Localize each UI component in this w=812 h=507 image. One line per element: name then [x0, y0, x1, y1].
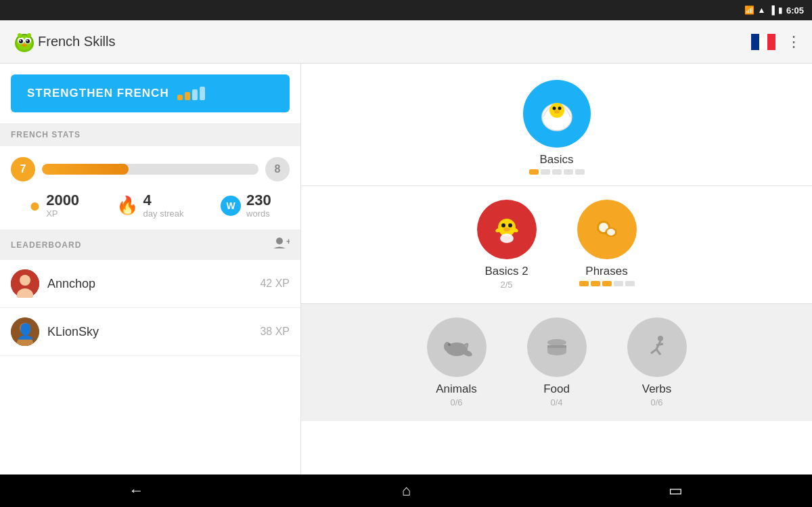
stats-header: FRENCH STATS	[0, 123, 300, 146]
status-icons: 📶 ▲ ▐ ▮ 6:05	[744, 5, 804, 16]
leaderboard-xp-1: 42 XP	[260, 278, 290, 290]
phrases-name: Phrases	[585, 265, 627, 278]
home-button[interactable]: ⌂	[382, 477, 431, 505]
xp-value: 2000	[46, 192, 79, 208]
p-bar-5	[625, 281, 635, 286]
main-content: STRENGTHEN FRENCH FRENCH STATS 7 8	[0, 64, 812, 475]
svg-point-7	[20, 40, 21, 41]
status-bar: 📶 ▲ ▐ ▮ 6:05	[0, 0, 812, 20]
level-progress-bar	[42, 164, 258, 175]
strengthen-button[interactable]: STRENGTHEN FRENCH	[11, 74, 290, 112]
leaderboard-item[interactable]: Annchop 42 XP	[0, 260, 300, 308]
animals-sublabel: 0/6	[450, 397, 462, 407]
right-panel: Basics	[301, 64, 812, 475]
bottom-nav: ← ⌂ ▭	[0, 475, 812, 507]
left-panel: STRENGTHEN FRENCH FRENCH STATS 7 8	[0, 64, 301, 475]
menu-button[interactable]: ⋮	[786, 33, 801, 51]
words-icon: W	[221, 196, 241, 216]
svg-point-47	[547, 339, 566, 346]
leaderboard-list: Annchop 42 XP KLionSky 38 XP	[0, 260, 300, 356]
streak-icon: 🔥	[116, 195, 138, 216]
recent-button[interactable]: ▭	[648, 477, 703, 505]
basics-skill-name: Basics	[539, 153, 573, 167]
svg-point-26	[558, 107, 561, 110]
p-bar-1	[579, 281, 589, 286]
wifi-icon: ▲	[758, 5, 766, 15]
basics2-skill-circle[interactable]	[477, 200, 537, 259]
stat-items: ● 2000 XP 🔥 4 day streak	[11, 192, 290, 219]
animals-icon	[437, 328, 476, 367]
strengthen-bars	[177, 87, 205, 100]
strength-bar-1	[177, 95, 183, 100]
middle-skills-row: Basics 2 2/5 Phrases	[301, 186, 812, 304]
locked-skills-row: Animals 0/6 Food 0/4	[301, 304, 812, 421]
leaderboard-name-1: Annchop	[47, 277, 252, 291]
words-label: words	[246, 208, 271, 219]
svg-text:+: +	[286, 237, 290, 246]
verbs-icon	[637, 328, 677, 367]
avatar-klionsky	[11, 317, 39, 346]
words-value: 230	[246, 192, 271, 208]
svg-line-56	[656, 344, 663, 345]
svg-point-32	[503, 227, 510, 232]
verbs-name: Verbs	[642, 382, 671, 396]
strength-bar-3	[192, 89, 198, 100]
streak-value: 4	[143, 192, 184, 208]
svg-point-6	[26, 39, 30, 43]
svg-point-10	[22, 44, 27, 46]
app-bar: French Skills ⋮	[0, 20, 812, 64]
leaderboard-title: LEADERBOARD	[11, 240, 81, 250]
basics-skill-circle[interactable]	[523, 80, 591, 148]
leaderboard-item[interactable]: KLionSky 38 XP	[0, 308, 300, 356]
progress-bar-1	[529, 169, 539, 175]
basics2-skill[interactable]: Basics 2 2/5	[477, 200, 537, 290]
language-flag[interactable]	[751, 34, 775, 50]
leaderboard-header: LEADERBOARD +	[0, 229, 300, 260]
status-time: 6:05	[786, 5, 804, 16]
animals-skill[interactable]: Animals 0/6	[427, 317, 487, 407]
svg-point-40	[607, 229, 615, 236]
next-level-badge: 8	[265, 157, 290, 181]
battery-icon: ▮	[778, 5, 783, 15]
food-skill-circle[interactable]	[527, 317, 587, 377]
svg-point-31	[508, 223, 512, 227]
food-icon	[537, 328, 577, 367]
basics-skill-section: Basics	[301, 64, 812, 186]
phrases-skill[interactable]: Phrases	[577, 200, 637, 290]
xp-label: XP	[46, 208, 79, 219]
level-bar-row: 7 8	[11, 157, 290, 181]
progress-bar-5	[575, 169, 585, 175]
p-bar-3	[602, 281, 612, 286]
basics2-icon	[487, 210, 526, 249]
basics-progress	[529, 169, 585, 175]
progress-bar-2	[541, 169, 550, 175]
xp-stat: ● 2000 XP	[29, 192, 79, 219]
svg-point-18	[20, 275, 30, 286]
svg-point-45	[448, 343, 451, 346]
food-name: Food	[543, 382, 570, 396]
svg-point-8	[26, 40, 28, 41]
avatar-annchop	[11, 269, 39, 298]
phrases-skill-circle[interactable]	[577, 200, 637, 259]
p-bar-4	[614, 281, 623, 286]
verbs-skill-circle[interactable]	[627, 317, 687, 377]
xp-icon: ●	[29, 195, 41, 217]
back-button[interactable]: ←	[109, 477, 164, 505]
phrases-icon	[587, 210, 627, 249]
strength-bar-2	[185, 92, 190, 100]
svg-point-25	[552, 107, 556, 110]
p-bar-2	[591, 281, 600, 286]
animals-name: Animals	[436, 382, 476, 396]
app-title: French Skills	[38, 34, 751, 49]
basics2-sublabel: 2/5	[500, 280, 512, 290]
svg-point-13	[18, 33, 22, 37]
add-friend-button[interactable]: +	[273, 236, 290, 253]
progress-bar-3	[552, 169, 562, 175]
strength-bar-4	[200, 87, 205, 100]
animals-skill-circle[interactable]	[427, 317, 487, 377]
level-progress-fill	[42, 164, 129, 175]
food-skill[interactable]: Food 0/4	[527, 317, 587, 407]
leaderboard-name-2: KLionSky	[47, 325, 252, 339]
verbs-skill[interactable]: Verbs 0/6	[627, 317, 687, 407]
verbs-sublabel: 0/6	[650, 397, 662, 407]
